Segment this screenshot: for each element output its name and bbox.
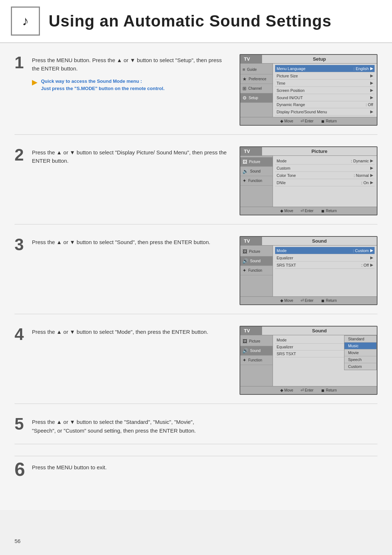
tv-footer-1: ◆ Move ⏎ Enter ⏹ Return	[240, 117, 377, 125]
arrow-icon: ▶	[370, 109, 373, 114]
tv-screen-4: TV Sound 🖼 Picture 🔊 Sound	[240, 326, 377, 395]
footer-enter: ⏎ Enter	[301, 388, 314, 393]
footer-return: ⏹ Return	[321, 388, 337, 393]
sidebar-item-function: ✦ Function	[240, 176, 273, 186]
arrow-icon: ▶	[370, 248, 373, 253]
arrow-icon: ▶	[370, 263, 373, 267]
picture-icon: 🖼	[242, 339, 247, 344]
tv-menu-3: Mode : Custom ▶ Equalizer ▶ SRS TSXT : O…	[273, 246, 377, 296]
tv-title-right-1: Setup	[262, 55, 377, 63]
step-4-row: 4 Press the ▲ or ▼ button to select "Mod…	[15, 326, 377, 404]
step-1-screen: TV Setup ≡ Guide ★ Preference	[240, 54, 377, 126]
tv-menu-2: Mode : Dynamic ▶ Custom ▶ Color Tone : N…	[273, 156, 377, 207]
step-6-number: 6	[15, 460, 28, 479]
menu-item-color-tone: Color Tone : Normal ▶	[275, 172, 375, 179]
tv-sidebar-4: 🖼 Picture 🔊 Sound ✦ Function	[240, 335, 273, 386]
step-5-row: 5 Press the ▲ or ▼ button to select the …	[15, 416, 377, 444]
footer-move: ◆ Move	[280, 208, 293, 213]
tv-body-3: 🖼 Picture 🔊 Sound ✦ Function	[240, 246, 377, 296]
sidebar-item-sound: 🔊 Sound	[240, 346, 273, 356]
tv-menu-4: Mode : Equalizer SRS TSXT : Standard	[273, 335, 377, 386]
sound-icon: 🔊	[242, 258, 248, 264]
preference-icon: ★	[242, 76, 247, 82]
tv-footer-2: ◆ Move ⏎ Enter ⏹ Return	[240, 207, 377, 215]
sidebar-item-setup: ⚙ Setup	[240, 93, 273, 103]
header-icon: ♪	[11, 7, 40, 36]
setup-icon: ⚙	[242, 95, 247, 101]
step-3-row: 3 Press the ▲ or ▼ button to select "Sou…	[15, 236, 377, 314]
tv-title-bar-4: TV Sound	[240, 327, 377, 335]
dropdown-item-speech: Speech	[344, 356, 376, 363]
step-1-tip: ▶ Quick way to access the Sound Mode men…	[32, 78, 229, 92]
page-header: ♪ Using an Automatic Sound Settings	[0, 0, 392, 43]
step-6-row: 6 Press the MENU button to exit.	[15, 456, 377, 487]
menu-item-time: Time ▶	[275, 80, 375, 87]
arrow-icon: ▶	[370, 180, 373, 185]
picture-icon: 🖼	[242, 159, 247, 165]
footer-return: ⏹ Return	[321, 208, 337, 213]
page-number: 56	[15, 538, 21, 544]
tv-title-right-4: Sound	[262, 327, 377, 335]
dropdown-item-standard: Standard	[344, 336, 376, 343]
function-icon: ✦	[242, 357, 246, 363]
step-3-number: 3	[15, 236, 28, 253]
menu-item-sound-in-out: Sound IN/OUT ▶	[275, 94, 375, 101]
step-1-text-block: 1 Press the MENU button. Press the ▲ or …	[15, 54, 229, 73]
arrow-icon: ▶	[370, 88, 373, 93]
footer-move: ◆ Move	[280, 388, 293, 393]
arrow-icon: ▶	[370, 158, 373, 163]
sidebar-item-picture: 🖼 Picture	[240, 247, 273, 256]
step-3-left: 3 Press the ▲ or ▼ button to select "Sou…	[15, 236, 229, 253]
footer-enter: ⏎ Enter	[301, 119, 314, 123]
step-3-description: Press the ▲ or ▼ button to select "Sound…	[32, 238, 210, 247]
menu-item-menu-language: Menu Language : English ▶	[275, 65, 375, 72]
tip-text: Quick way to access the Sound Mode menu …	[41, 78, 164, 92]
tv-sidebar-2: 🖼 Picture 🔊 Sound ✦ Function	[240, 156, 273, 207]
step-2-left: 2 Press the ▲ or ▼ button to select "Dis…	[15, 146, 229, 165]
step-1-row: 1 Press the MENU button. Press the ▲ or …	[15, 54, 377, 135]
tv-body-2: 🖼 Picture 🔊 Sound ✦ Function	[240, 156, 377, 207]
step-2-text-block: 2 Press the ▲ or ▼ button to select "Dis…	[15, 146, 229, 165]
sidebar-item-sound: 🔊 Sound	[240, 167, 273, 176]
menu-item-mode: Mode : Custom ▶	[275, 247, 375, 254]
tv-title-left-2: TV	[240, 147, 262, 155]
step-5-left: 5 Press the ▲ or ▼ button to select the …	[15, 416, 196, 435]
step-2-row: 2 Press the ▲ or ▼ button to select "Dis…	[15, 146, 377, 224]
step-4-description: Press the ▲ or ▼ button to select "Mode"…	[32, 328, 208, 336]
dropdown-item-movie: Movie	[344, 349, 376, 356]
tv-title-bar-2: TV Picture	[240, 147, 377, 156]
menu-item-picture-size: Picture Size ▶	[275, 72, 375, 80]
tv-screen-3: TV Sound 🖼 Picture 🔊 Sound	[240, 236, 377, 305]
step-1-left: 1 Press the MENU button. Press the ▲ or …	[15, 54, 229, 92]
footer-return: ⏹ Return	[321, 298, 337, 303]
arrow-icon: ▶	[370, 73, 373, 78]
sidebar-item-channel: ⊞ Channel	[240, 84, 273, 93]
arrow-icon: ▶	[370, 166, 373, 170]
sidebar-item-sound: 🔊 Sound	[240, 256, 273, 266]
step-3-text-block: 3 Press the ▲ or ▼ button to select "Sou…	[15, 236, 229, 253]
page-content: 1 Press the MENU button. Press the ▲ or …	[0, 43, 392, 510]
tv-sidebar-3: 🖼 Picture 🔊 Sound ✦ Function	[240, 246, 273, 296]
menu-item-srs-tsxt: SRS TSXT : Off ▶	[275, 262, 375, 269]
function-icon: ✦	[242, 268, 246, 273]
sound-mode-dropdown: Standard Music Movie Speech Custom	[344, 335, 377, 370]
sound-icon: 🔊	[242, 169, 248, 174]
footer-return: ⏹ Return	[321, 119, 337, 123]
arrow-icon: ▶	[370, 81, 373, 85]
tv-title-right-2: Picture	[262, 147, 377, 155]
tv-title-left-1: TV	[240, 55, 262, 63]
step-2-description: Press the ▲ or ▼ button to select "Displ…	[32, 149, 229, 165]
dropdown-item-music: Music	[344, 343, 376, 349]
step-5-number: 5	[15, 416, 28, 432]
tv-screen-1: TV Setup ≡ Guide ★ Preference	[240, 54, 377, 126]
channel-icon: ⊞	[242, 86, 246, 91]
tv-title-bar-1: TV Setup	[240, 55, 377, 64]
tv-title-left-3: TV	[240, 237, 262, 245]
sidebar-item-picture: 🖼 Picture	[240, 157, 273, 167]
step-5-description: Press the ▲ or ▼ button to select the "S…	[32, 418, 196, 435]
tv-body-1: ≡ Guide ★ Preference ⊞ Channel ⚙	[240, 64, 377, 117]
footer-enter: ⏎ Enter	[301, 298, 314, 303]
menu-item-dynamic-range: Dynamic Range : Off	[275, 101, 375, 108]
step-2-screen: TV Picture 🖼 Picture 🔊 Sound	[240, 146, 377, 215]
menu-item-custom: Custom ▶	[275, 165, 375, 172]
